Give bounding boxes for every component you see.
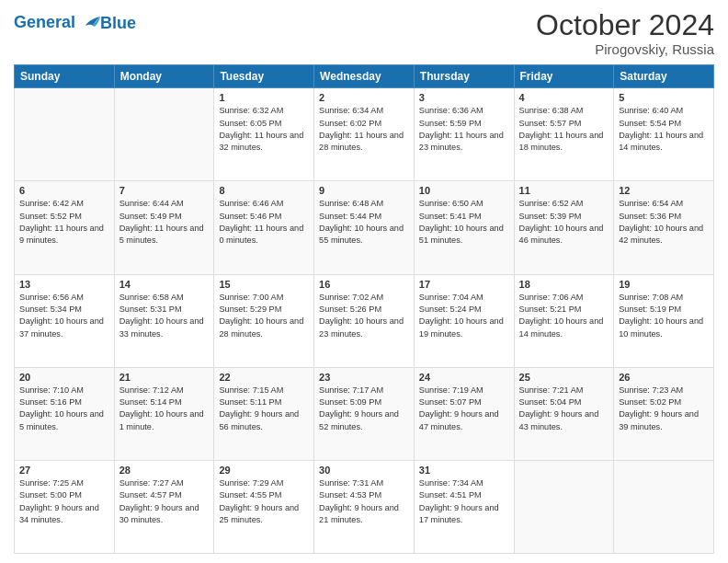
daylight-text: Daylight: 10 hours and 51 minutes.	[419, 223, 509, 247]
sunrise-text: Sunrise: 7:23 AM	[619, 385, 709, 396]
sunset-text: Sunset: 5:02 PM	[619, 396, 709, 408]
table-row: 9 Sunrise: 6:48 AM Sunset: 5:44 PM Dayli…	[314, 181, 415, 274]
day-info: Sunrise: 7:27 AM Sunset: 4:57 PM Dayligh…	[119, 477, 210, 526]
sunset-text: Sunset: 5:29 PM	[219, 304, 309, 316]
day-info: Sunrise: 7:21 AM Sunset: 5:04 PM Dayligh…	[519, 385, 609, 433]
table-row: 17 Sunrise: 7:04 AM Sunset: 5:24 PM Dayl…	[414, 274, 514, 367]
col-tuesday: Tuesday	[214, 65, 314, 88]
day-number: 8	[219, 185, 309, 196]
sunset-text: Sunset: 5:59 PM	[419, 118, 509, 130]
daylight-text: Daylight: 10 hours and 1 minute.	[119, 408, 210, 433]
sunset-text: Sunset: 5:49 PM	[119, 211, 210, 223]
daylight-text: Daylight: 10 hours and 28 minutes.	[219, 316, 309, 340]
month-title: October 2024	[536, 9, 714, 41]
sunrise-text: Sunrise: 6:34 AM	[319, 105, 409, 117]
col-thursday: Thursday	[414, 65, 514, 88]
sunrise-text: Sunrise: 6:56 AM	[19, 292, 109, 304]
table-row: 21 Sunrise: 7:12 AM Sunset: 5:14 PM Dayl…	[114, 367, 214, 460]
sunrise-text: Sunrise: 6:54 AM	[619, 198, 709, 210]
day-info: Sunrise: 7:17 AM Sunset: 5:09 PM Dayligh…	[319, 385, 409, 433]
table-row: 1 Sunrise: 6:32 AM Sunset: 6:05 PM Dayli…	[214, 88, 314, 181]
day-number: 28	[119, 465, 210, 476]
day-number: 5	[619, 92, 709, 103]
table-row: 29 Sunrise: 7:29 AM Sunset: 4:55 PM Dayl…	[214, 460, 314, 553]
table-row: 19 Sunrise: 7:08 AM Sunset: 5:19 PM Dayl…	[614, 274, 714, 367]
daylight-text: Daylight: 9 hours and 43 minutes.	[519, 408, 609, 433]
daylight-text: Daylight: 10 hours and 5 minutes.	[19, 408, 109, 433]
daylight-text: Daylight: 10 hours and 19 minutes.	[419, 316, 509, 340]
sunrise-text: Sunrise: 6:32 AM	[219, 105, 309, 117]
day-number: 7	[119, 185, 210, 196]
sunrise-text: Sunrise: 6:36 AM	[419, 105, 509, 117]
table-row: 22 Sunrise: 7:15 AM Sunset: 5:11 PM Dayl…	[214, 367, 314, 460]
day-number: 27	[19, 465, 109, 476]
sunset-text: Sunset: 5:19 PM	[619, 304, 709, 316]
sunset-text: Sunset: 5:11 PM	[219, 396, 309, 408]
day-number: 6	[19, 185, 109, 196]
logo-bird-icon	[82, 13, 102, 33]
daylight-text: Daylight: 10 hours and 46 minutes.	[519, 223, 609, 247]
sunset-text: Sunset: 5:07 PM	[419, 396, 509, 408]
day-info: Sunrise: 6:34 AM Sunset: 6:02 PM Dayligh…	[319, 105, 409, 154]
day-info: Sunrise: 6:40 AM Sunset: 5:54 PM Dayligh…	[619, 105, 709, 154]
daylight-text: Daylight: 9 hours and 34 minutes.	[19, 502, 109, 527]
sunrise-text: Sunrise: 6:44 AM	[119, 198, 210, 210]
table-row: 30 Sunrise: 7:31 AM Sunset: 4:53 PM Dayl…	[314, 460, 415, 553]
table-row: 14 Sunrise: 6:58 AM Sunset: 5:31 PM Dayl…	[114, 274, 214, 367]
table-row: 16 Sunrise: 7:02 AM Sunset: 5:26 PM Dayl…	[314, 274, 415, 367]
daylight-text: Daylight: 9 hours and 30 minutes.	[119, 502, 210, 527]
logo-blue: Blue	[100, 14, 136, 33]
day-info: Sunrise: 7:34 AM Sunset: 4:51 PM Dayligh…	[419, 477, 509, 526]
day-number: 26	[619, 372, 709, 383]
sunset-text: Sunset: 5:09 PM	[319, 396, 409, 408]
sunset-text: Sunset: 5:24 PM	[419, 304, 509, 316]
day-info: Sunrise: 7:31 AM Sunset: 4:53 PM Dayligh…	[319, 477, 409, 526]
day-info: Sunrise: 6:52 AM Sunset: 5:39 PM Dayligh…	[519, 198, 609, 247]
day-info: Sunrise: 7:06 AM Sunset: 5:21 PM Dayligh…	[519, 292, 609, 340]
calendar-header-row: Sunday Monday Tuesday Wednesday Thursday…	[15, 65, 714, 88]
day-info: Sunrise: 6:36 AM Sunset: 5:59 PM Dayligh…	[419, 105, 509, 154]
sunset-text: Sunset: 4:53 PM	[319, 489, 409, 501]
day-info: Sunrise: 7:10 AM Sunset: 5:16 PM Dayligh…	[19, 385, 109, 433]
sunrise-text: Sunrise: 6:48 AM	[319, 198, 409, 210]
day-number: 2	[319, 92, 409, 103]
daylight-text: Daylight: 9 hours and 47 minutes.	[419, 408, 509, 433]
daylight-text: Daylight: 9 hours and 21 minutes.	[319, 502, 409, 527]
day-number: 10	[419, 185, 509, 196]
sunrise-text: Sunrise: 7:31 AM	[319, 477, 409, 489]
table-row: 7 Sunrise: 6:44 AM Sunset: 5:49 PM Dayli…	[114, 181, 214, 274]
day-info: Sunrise: 7:23 AM Sunset: 5:02 PM Dayligh…	[619, 385, 709, 433]
sunrise-text: Sunrise: 7:34 AM	[419, 477, 509, 489]
table-row	[614, 460, 714, 553]
day-number: 20	[19, 372, 109, 383]
table-row: 18 Sunrise: 7:06 AM Sunset: 5:21 PM Dayl…	[514, 274, 614, 367]
calendar-week-2: 6 Sunrise: 6:42 AM Sunset: 5:52 PM Dayli…	[15, 181, 714, 274]
sunrise-text: Sunrise: 7:27 AM	[119, 477, 210, 489]
sunrise-text: Sunrise: 7:15 AM	[219, 385, 309, 396]
sunset-text: Sunset: 4:51 PM	[419, 489, 509, 501]
day-info: Sunrise: 7:00 AM Sunset: 5:29 PM Dayligh…	[219, 292, 309, 340]
sunset-text: Sunset: 5:44 PM	[319, 211, 409, 223]
table-row: 20 Sunrise: 7:10 AM Sunset: 5:16 PM Dayl…	[15, 367, 115, 460]
daylight-text: Daylight: 10 hours and 42 minutes.	[619, 223, 709, 247]
sunrise-text: Sunrise: 7:02 AM	[319, 292, 409, 304]
day-info: Sunrise: 6:56 AM Sunset: 5:34 PM Dayligh…	[19, 292, 109, 340]
table-row: 6 Sunrise: 6:42 AM Sunset: 5:52 PM Dayli…	[15, 181, 115, 274]
sunrise-text: Sunrise: 6:58 AM	[119, 292, 210, 304]
day-info: Sunrise: 6:32 AM Sunset: 6:05 PM Dayligh…	[219, 105, 309, 154]
sunset-text: Sunset: 5:21 PM	[519, 304, 609, 316]
title-section: October 2024 Pirogovskiy, Russia	[536, 9, 714, 57]
calendar-week-5: 27 Sunrise: 7:25 AM Sunset: 5:00 PM Dayl…	[15, 460, 714, 553]
sunset-text: Sunset: 5:46 PM	[219, 211, 309, 223]
logo-general: General	[14, 13, 75, 31]
sunrise-text: Sunrise: 7:04 AM	[419, 292, 509, 304]
day-number: 11	[519, 185, 609, 196]
sunset-text: Sunset: 5:34 PM	[19, 304, 109, 316]
daylight-text: Daylight: 11 hours and 14 minutes.	[619, 130, 709, 155]
day-info: Sunrise: 6:42 AM Sunset: 5:52 PM Dayligh…	[19, 198, 109, 247]
sunset-text: Sunset: 5:54 PM	[619, 118, 709, 130]
table-row: 13 Sunrise: 6:56 AM Sunset: 5:34 PM Dayl…	[15, 274, 115, 367]
header: General Blue October 2024 Pirogovskiy, R…	[14, 9, 714, 57]
location: Pirogovskiy, Russia	[536, 41, 714, 57]
day-info: Sunrise: 6:48 AM Sunset: 5:44 PM Dayligh…	[319, 198, 409, 247]
